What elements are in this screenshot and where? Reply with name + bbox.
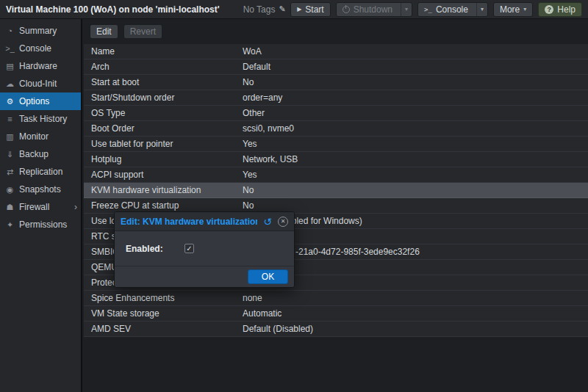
option-value: order=any [243,90,588,105]
tags-editor[interactable]: No Tags ✎ [243,4,286,15]
option-label: Spice Enhancements [84,291,243,305]
sidebar-item-replication[interactable]: ⇄Replication [0,163,81,181]
chevron-right-icon: › [74,202,77,212]
table-row[interactable]: Boot Orderscsi0, nvme0 [84,121,588,137]
dialog-body: Enabled: ✓ [115,231,294,266]
gauge-icon: ◔ [5,26,15,35]
sidebar: ◔Summary>_Console▤Hardware☁Cloud-Init⚙Op… [0,19,82,392]
hardware-icon: ▤ [5,62,15,71]
dialog-header[interactable]: Edit: KVM hardware virtualization ↺ ✕ [115,212,294,231]
options-grid: NameWoAArchDefaultStart at bootNoStart/S… [84,44,588,337]
shutdown-button-label: Shutdown [354,4,392,15]
gear-icon: ⚙ [5,97,15,106]
sidebar-item-label: Firewall [19,202,49,212]
sidebar-item-hardware[interactable]: ▤Hardware [0,57,81,75]
console-button-label: Console [436,4,468,15]
cloud-icon: ☁ [5,79,15,89]
table-row[interactable]: AMD SEVDefault (Disabled) [84,322,588,337]
snapshots-icon: ◉ [5,185,15,195]
tags-label: No Tags [243,4,276,15]
sidebar-item-label: Task History [19,114,67,124]
table-row[interactable]: VM State storageAutomatic [84,306,588,322]
option-label: AMD SEV [84,322,243,336]
option-value: scsi0, nvme0 [243,121,588,136]
table-row[interactable]: Start at bootNo [84,75,588,90]
sidebar-item-permissions[interactable]: ✦Permissions [0,216,81,233]
ok-button[interactable]: OK [248,269,288,284]
revert-button[interactable]: Revert [123,24,162,39]
close-icon[interactable]: ✕ [278,217,288,227]
table-row[interactable]: NameWoA [84,44,588,59]
table-row[interactable]: Spice Enhancementsnone [84,291,588,306]
monitor-icon: ▥ [5,132,15,142]
option-label: Arch [84,59,243,74]
options-toolbar: Edit Revert [84,19,588,44]
option-value: Other [243,106,588,120]
table-row[interactable]: OS TypeOther [84,106,588,121]
sidebar-item-label: Monitor [19,131,49,142]
option-value: Default (Disabled) [243,322,588,336]
shutdown-button[interactable]: Shutdown ▾ [336,2,412,17]
console-button[interactable]: >_ Console ▾ [417,2,488,17]
table-row[interactable]: ArchDefault [84,59,588,75]
edit-button-label: Edit [96,26,112,37]
close-x-glyph: ✕ [281,218,286,225]
sidebar-item-label: Replication [19,167,62,177]
sidebar-item-snapshots[interactable]: ◉Snapshots [0,181,81,198]
terminal-icon: >_ [424,6,432,13]
sidebar-item-summary[interactable]: ◔Summary [0,22,81,40]
dialog-footer: OK [115,266,294,287]
option-value: Automatic [243,306,588,321]
option-label: Freeze CPU at startup [84,198,243,213]
option-value: No [243,75,588,90]
sidebar-item-firewall[interactable]: ☗Firewall› [0,198,81,216]
sidebar-item-label: Summary [19,26,57,36]
sidebar-item-cloud-init[interactable]: ☁Cloud-Init [0,75,81,92]
option-label: Hotplug [84,152,243,167]
table-row[interactable]: HotplugNetwork, USB [84,152,588,167]
table-row[interactable]: Start/Shutdown orderorder=any [84,90,588,106]
option-label: Start at boot [84,75,243,90]
shutdown-menu-toggle[interactable]: ▾ [401,3,412,16]
console-menu-toggle[interactable]: ▾ [476,3,487,16]
start-button[interactable]: ▶ Start [290,2,331,17]
caret-down-icon: ▾ [481,6,484,12]
sidebar-item-label: Snapshots [19,184,61,195]
undo-icon[interactable]: ↺ [263,217,272,227]
option-label: KVM hardware virtualization [84,183,243,197]
ok-button-label: OK [262,272,274,282]
terminal-icon: >_ [5,44,15,53]
revert-button-label: Revert [130,26,156,37]
option-label: OS Type [84,106,243,120]
option-value: none [243,291,588,305]
sidebar-item-label: Backup [19,149,49,159]
header-bar: Virtual Machine 100 (WoA) on node 'mini-… [0,0,588,19]
sidebar-item-options[interactable]: ⚙Options [0,92,81,110]
sidebar-item-label: Permissions [19,219,67,230]
sidebar-item-monitor[interactable]: ▥Monitor [0,128,81,145]
more-button[interactable]: More ▾ [493,2,533,17]
option-value: Yes [243,167,588,182]
sidebar-item-backup[interactable]: ⇓Backup [0,145,81,163]
enabled-checkbox[interactable]: ✓ [184,244,194,253]
enabled-field-label: Enabled: [126,244,184,254]
page-title: Virtual Machine 100 (WoA) on node 'mini-… [6,4,220,15]
option-value: No [243,183,588,197]
sidebar-item-console[interactable]: >_Console [0,40,81,57]
play-icon: ▶ [297,6,301,12]
power-icon [343,6,350,13]
help-button[interactable]: ? Help [538,2,582,17]
table-row[interactable]: ACPI supportYes [84,167,588,183]
shield-icon: ☗ [5,203,15,212]
sidebar-item-task-history[interactable]: ≡Task History [0,110,81,128]
sidebar-item-label: Options [19,96,49,106]
caret-down-icon: ▾ [405,6,408,12]
edit-button[interactable]: Edit [90,24,118,39]
option-value: WoA [243,44,588,59]
replication-icon: ⇄ [5,167,15,177]
option-label: ACPI support [84,167,243,182]
check-icon: ✓ [186,245,192,253]
table-row[interactable]: Use tablet for pointerYes [84,137,588,152]
option-label: Boot Order [84,121,243,136]
table-row[interactable]: KVM hardware virtualizationNo [84,183,588,198]
